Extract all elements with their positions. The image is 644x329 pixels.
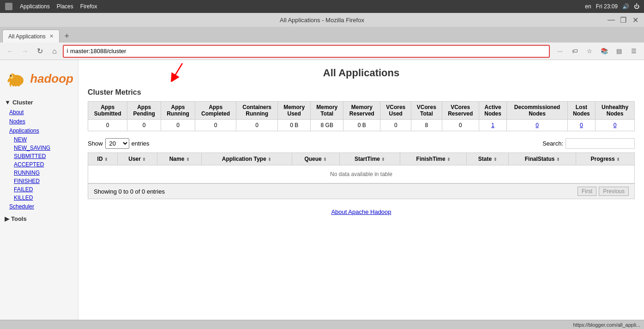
close-button[interactable]: ✕ (631, 16, 639, 24)
entries-label: entries (132, 140, 150, 147)
search-label: Search: (542, 140, 563, 147)
sidebar: hadoop ▼ Cluster About Nodes Application… (0, 60, 78, 320)
metrics-val-memory-used: 0 B (278, 120, 311, 131)
os-power-icon[interactable]: ⏻ (634, 3, 639, 10)
status-text: https://blogger.com/all_appli... (573, 322, 640, 328)
entries-select[interactable]: 20 50 100 (105, 138, 129, 149)
browser-title: All Applications - Mozilla Firefox (280, 17, 364, 24)
metrics-val-memory-total: 8 GB (311, 120, 343, 131)
metrics-val-apps-pending: 0 (127, 120, 161, 131)
metrics-val-apps-submitted: 0 (88, 120, 127, 131)
browser-tab-all-applications[interactable]: All Applications ✕ (2, 30, 60, 43)
os-applications-menu[interactable]: Applications (20, 3, 50, 10)
col-header-progress[interactable]: Progress ⇕ (576, 153, 635, 165)
col-header-id[interactable]: ID ⇕ (88, 153, 118, 165)
col-header-queue[interactable]: Queue ⇕ (292, 153, 339, 165)
browser-window: All Applications - Mozilla Firefox — ❐ ✕… (0, 13, 644, 329)
sidebar-app-killed-link[interactable]: KILLED (0, 194, 78, 202)
svg-point-7 (18, 83, 20, 87)
footer: About Apache Hadoop (88, 199, 635, 225)
security-icon: ℹ (66, 48, 68, 54)
metrics-val-containers-running: 0 (236, 120, 278, 131)
table-controls: Show 20 50 100 entries Search: (88, 138, 635, 149)
sidebar-about-link[interactable]: About (0, 108, 78, 117)
os-firefox-menu[interactable]: Firefox (80, 3, 97, 10)
metrics-val-vcores-total: 8 (411, 120, 442, 131)
sidebar-tools-header[interactable]: ▶ Tools (0, 213, 78, 224)
os-volume-icon[interactable]: 🔊 (622, 3, 629, 10)
svg-point-9 (12, 83, 14, 87)
col-header-user[interactable]: User ⇕ (117, 153, 157, 165)
col-header-state[interactable]: State ⇕ (467, 153, 509, 165)
os-places-menu[interactable]: Places (57, 3, 73, 10)
metrics-val-memory-reserved: 0 B (343, 120, 380, 131)
library-button[interactable]: 📚 (598, 45, 611, 58)
url-input[interactable] (70, 48, 546, 55)
refresh-button[interactable]: ↻ (33, 45, 46, 58)
metrics-val-decommissioned-nodes[interactable]: 0 (507, 120, 567, 131)
search-box: Search: (542, 138, 635, 149)
svg-rect-0 (5, 3, 12, 10)
metrics-val-active-nodes[interactable]: 1 (479, 120, 507, 131)
new-tab-button[interactable]: + (60, 30, 73, 43)
metrics-header-memory-total: MemoryTotal (311, 102, 343, 120)
metrics-val-apps-running: 0 (161, 120, 195, 131)
pagination-info: Showing 0 to 0 of 0 entries (94, 188, 165, 195)
first-page-button[interactable]: First (578, 187, 596, 196)
sidebar-app-failed-link[interactable]: FAILED (0, 185, 78, 194)
metrics-header-active-nodes: ActiveNodes (479, 102, 507, 120)
menu-button[interactable]: ☰ (627, 45, 640, 58)
metrics-header-decommissioned-nodes: DecommissionedNodes (507, 102, 567, 120)
browser-content: hadoop ▼ Cluster About Nodes Application… (0, 60, 644, 320)
metrics-val-apps-completed: 0 (195, 120, 236, 131)
sidebar-app-new-saving-link[interactable]: NEW_SAVING (0, 144, 78, 152)
metrics-val-lost-nodes[interactable]: 0 (567, 120, 596, 131)
sidebar-toggle-button[interactable]: ▤ (613, 45, 626, 58)
previous-page-button[interactable]: Previous (599, 187, 629, 196)
sidebar-app-new-link[interactable]: NEW (0, 135, 78, 144)
bookmark-button[interactable]: ☆ (583, 45, 596, 58)
metrics-header-unhealthy-nodes: UnhealthyNodes (596, 102, 635, 120)
metrics-header-lost-nodes: LostNodes (567, 102, 596, 120)
maximize-button[interactable]: ❐ (619, 16, 627, 24)
main-content: All Applications Cluster Metrics AppsSub… (78, 60, 644, 320)
pagination-bar: Showing 0 to 0 of 0 entries First Previo… (88, 183, 635, 199)
os-time: Fri 23:09 (596, 3, 618, 10)
forward-button[interactable]: → (18, 45, 31, 58)
sidebar-applications-link[interactable]: Applications (0, 126, 78, 135)
back-button[interactable]: ← (4, 45, 17, 58)
os-taskbar: Applications Places Firefox en Fri 23:09… (0, 0, 644, 13)
sidebar-tools-label: Tools (11, 215, 27, 222)
cluster-metrics-section: Cluster Metrics AppsSubmitted AppsPendin… (88, 88, 635, 131)
cluster-metrics-title: Cluster Metrics (88, 88, 635, 97)
sidebar-app-submitted-link[interactable]: SUBMITTED (0, 152, 78, 160)
url-bar[interactable]: ℹ (63, 45, 550, 58)
sidebar-cluster-label: Cluster (12, 99, 33, 106)
col-header-name[interactable]: Name ⇕ (157, 153, 202, 165)
sidebar-scheduler-link[interactable]: Scheduler (0, 202, 78, 211)
os-app-icon (5, 2, 13, 11)
search-input[interactable] (566, 138, 635, 149)
col-header-start-time[interactable]: StartTime ⇕ (339, 153, 400, 165)
tab-label: All Applications (8, 33, 46, 40)
home-button[interactable]: ⌂ (48, 45, 61, 58)
show-label: Show (88, 140, 103, 147)
cluster-chevron-icon: ▼ (5, 99, 11, 106)
about-hadoop-link[interactable]: About Apache Hadoop (331, 208, 391, 215)
metrics-header-apps-pending: AppsPending (127, 102, 161, 120)
col-header-app-type[interactable]: Application Type ⇕ (202, 153, 292, 165)
tab-close-button[interactable]: ✕ (49, 33, 54, 39)
more-button[interactable]: ··· (554, 45, 566, 58)
col-header-final-status[interactable]: FinalStatus ⇕ (509, 153, 576, 165)
sidebar-app-finished-link[interactable]: FINISHED (0, 177, 78, 185)
window-controls: — ❐ ✕ (607, 16, 639, 24)
metrics-val-unhealthy-nodes[interactable]: 0 (596, 120, 635, 131)
col-header-finish-time[interactable]: FinishTime ⇕ (400, 153, 467, 165)
sidebar-nodes-link[interactable]: Nodes (0, 117, 78, 126)
pocket-button[interactable]: 🏷 (568, 45, 581, 58)
minimize-button[interactable]: — (607, 16, 615, 24)
metrics-header-vcores-total: VCoresTotal (411, 102, 442, 120)
sidebar-app-running-link[interactable]: RUNNING (0, 169, 78, 177)
sidebar-cluster-header[interactable]: ▼ Cluster (0, 97, 78, 108)
svg-point-8 (14, 83, 17, 87)
